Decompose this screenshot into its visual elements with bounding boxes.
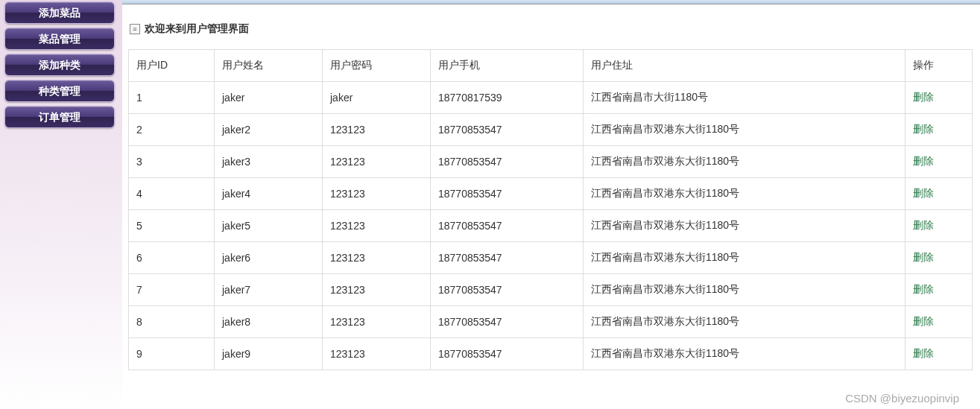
sidebar-item-order-manage[interactable]: 订单管理	[4, 106, 115, 128]
sidebar-item-add-dish[interactable]: 添加菜品	[4, 1, 115, 24]
col-header-password: 用户密码	[323, 50, 431, 82]
cell-name: jaker7	[215, 274, 323, 306]
delete-link[interactable]: 删除	[913, 187, 934, 199]
cell-phone: 18770853547	[431, 274, 584, 306]
cell-op: 删除	[905, 210, 973, 242]
main-content: ≡ 欢迎来到用户管理界面 用户ID 用户姓名 用户密码 用户手机 用户住址 操作…	[122, 0, 980, 409]
cell-password: 123123	[323, 338, 431, 370]
cell-id: 8	[129, 306, 215, 338]
delete-link[interactable]: 删除	[913, 91, 934, 103]
cell-address: 江西省南昌市双港东大街1180号	[584, 178, 905, 210]
table-row: 3jaker312312318770853547江西省南昌市双港东大街1180号…	[129, 146, 973, 178]
cell-address: 江西省南昌市双港东大街1180号	[584, 146, 905, 178]
col-header-id: 用户ID	[129, 50, 215, 82]
delete-link[interactable]: 删除	[913, 155, 934, 167]
cell-address: 江西省南昌市双港东大街1180号	[584, 210, 905, 242]
cell-id: 9	[129, 338, 215, 370]
top-border	[122, 0, 980, 4]
cell-op: 删除	[905, 274, 973, 306]
sidebar-item-dish-manage[interactable]: 菜品管理	[4, 28, 115, 50]
delete-link[interactable]: 删除	[913, 219, 934, 231]
list-icon: ≡	[130, 24, 140, 34]
watermark: CSDN @biyezuopinvip	[845, 392, 959, 405]
delete-link[interactable]: 删除	[913, 283, 934, 295]
cell-name: jaker5	[215, 210, 323, 242]
sidebar-item-add-category[interactable]: 添加种类	[4, 54, 115, 76]
cell-password: jaker	[323, 82, 431, 114]
cell-op: 删除	[905, 306, 973, 338]
cell-name: jaker2	[215, 114, 323, 146]
cell-address: 江西省南昌市双港东大街1180号	[584, 306, 905, 338]
cell-address: 江西省南昌市双港东大街1180号	[584, 338, 905, 370]
cell-op: 删除	[905, 178, 973, 210]
cell-phone: 18770817539	[431, 82, 584, 114]
cell-password: 123123	[323, 210, 431, 242]
cell-phone: 18770853547	[431, 242, 584, 274]
delete-link[interactable]: 删除	[913, 123, 934, 135]
cell-op: 删除	[905, 146, 973, 178]
delete-link[interactable]: 删除	[913, 251, 934, 263]
table-header-row: 用户ID 用户姓名 用户密码 用户手机 用户住址 操作	[129, 50, 973, 82]
cell-phone: 18770853547	[431, 338, 584, 370]
user-table: 用户ID 用户姓名 用户密码 用户手机 用户住址 操作 1jakerjaker1…	[128, 49, 973, 370]
col-header-name: 用户姓名	[215, 50, 323, 82]
cell-password: 123123	[323, 274, 431, 306]
cell-id: 6	[129, 242, 215, 274]
cell-id: 2	[129, 114, 215, 146]
col-header-op: 操作	[905, 50, 973, 82]
page-title: 欢迎来到用户管理界面	[145, 22, 249, 36]
cell-password: 123123	[323, 306, 431, 338]
cell-password: 123123	[323, 114, 431, 146]
cell-name: jaker	[215, 82, 323, 114]
cell-id: 7	[129, 274, 215, 306]
cell-id: 1	[129, 82, 215, 114]
table-row: 7jaker712312318770853547江西省南昌市双港东大街1180号…	[129, 274, 973, 306]
cell-op: 删除	[905, 338, 973, 370]
sidebar: 添加菜品 菜品管理 添加种类 种类管理 订单管理	[0, 0, 122, 409]
cell-name: jaker4	[215, 178, 323, 210]
cell-address: 江西省南昌市大街1180号	[584, 82, 905, 114]
cell-address: 江西省南昌市双港东大街1180号	[584, 242, 905, 274]
table-row: 1jakerjaker18770817539江西省南昌市大街1180号删除	[129, 82, 973, 114]
table-row: 6jaker612312318770853547江西省南昌市双港东大街1180号…	[129, 242, 973, 274]
cell-name: jaker3	[215, 146, 323, 178]
sidebar-item-category-manage[interactable]: 种类管理	[4, 80, 115, 102]
col-header-address: 用户住址	[584, 50, 905, 82]
cell-id: 5	[129, 210, 215, 242]
cell-name: jaker9	[215, 338, 323, 370]
cell-phone: 18770853547	[431, 114, 584, 146]
cell-address: 江西省南昌市双港东大街1180号	[584, 114, 905, 146]
table-row: 5jaker512312318770853547江西省南昌市双港东大街1180号…	[129, 210, 973, 242]
cell-phone: 18770853547	[431, 178, 584, 210]
welcome-row: ≡ 欢迎来到用户管理界面	[122, 22, 980, 36]
cell-phone: 18770853547	[431, 210, 584, 242]
delete-link[interactable]: 删除	[913, 315, 934, 327]
table-row: 2jaker212312318770853547江西省南昌市双港东大街1180号…	[129, 114, 973, 146]
cell-password: 123123	[323, 242, 431, 274]
cell-id: 4	[129, 178, 215, 210]
table-row: 9jaker912312318770853547江西省南昌市双港东大街1180号…	[129, 338, 973, 370]
cell-op: 删除	[905, 114, 973, 146]
cell-phone: 18770853547	[431, 306, 584, 338]
cell-password: 123123	[323, 178, 431, 210]
cell-address: 江西省南昌市双港东大街1180号	[584, 274, 905, 306]
cell-name: jaker6	[215, 242, 323, 274]
col-header-phone: 用户手机	[431, 50, 584, 82]
cell-phone: 18770853547	[431, 146, 584, 178]
cell-id: 3	[129, 146, 215, 178]
table-row: 8jaker812312318770853547江西省南昌市双港东大街1180号…	[129, 306, 973, 338]
delete-link[interactable]: 删除	[913, 347, 934, 359]
cell-op: 删除	[905, 242, 973, 274]
table-row: 4jaker412312318770853547江西省南昌市双港东大街1180号…	[129, 178, 973, 210]
cell-name: jaker8	[215, 306, 323, 338]
cell-op: 删除	[905, 82, 973, 114]
cell-password: 123123	[323, 146, 431, 178]
